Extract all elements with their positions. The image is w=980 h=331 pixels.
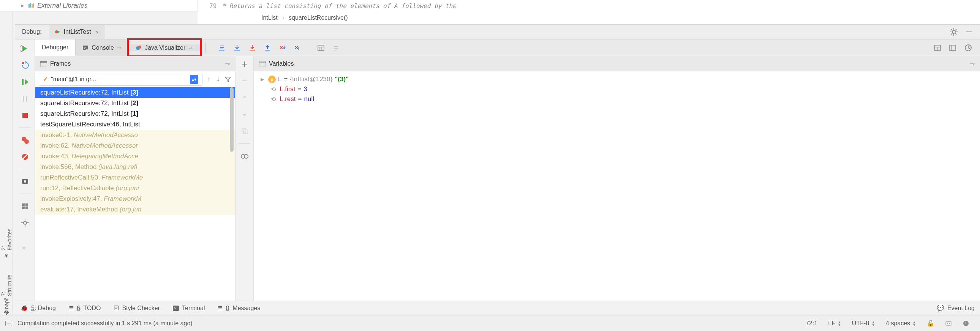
scrollbar[interactable] xyxy=(230,87,234,152)
toolwindow-debug[interactable]: 🐞 5: Debug xyxy=(21,304,56,312)
toolwindow-event-log[interactable]: 💬 Event Log xyxy=(937,304,975,312)
variable-row[interactable]: ⟲ L.first = 3 xyxy=(261,84,973,94)
separator xyxy=(205,43,206,53)
watch-down-button[interactable] xyxy=(240,110,249,119)
stack-frame[interactable]: invoke0:-1, NativeMethodAccesso xyxy=(35,130,235,141)
variable-row[interactable]: ▶ p L = {IntList@1230} "(3)" xyxy=(261,74,973,84)
stack-frame[interactable]: evaluate:17, InvokeMethod (org.jun xyxy=(35,204,235,215)
debug-session-tab[interactable]: IntListTest × xyxy=(49,25,105,39)
filter-icon[interactable] xyxy=(224,76,231,83)
minimize-icon[interactable] xyxy=(965,28,973,36)
step-out-button[interactable]: ✕ xyxy=(275,40,290,56)
force-step-into-button[interactable] xyxy=(260,40,275,56)
crumb-class[interactable]: IntList xyxy=(261,14,278,21)
rerun-button[interactable] xyxy=(21,44,30,53)
toolwindow-messages[interactable]: ≣ 0: Messages xyxy=(218,304,260,312)
tree-expand-icon[interactable]: ▸ xyxy=(21,2,24,10)
svg-line-11 xyxy=(955,33,956,35)
pin-icon[interactable]: ⊸ xyxy=(970,60,975,67)
stop-button[interactable] xyxy=(21,111,30,120)
memory-indicator-icon[interactable] xyxy=(940,320,957,327)
svg-rect-0 xyxy=(29,4,30,8)
tab-console[interactable]: >_ Console ⊸ xyxy=(76,40,128,56)
stack-frame[interactable]: squareListRecursive:72, IntList [2] xyxy=(35,98,235,109)
pause-button[interactable] xyxy=(21,94,30,103)
pin-icon[interactable]: ⊸ xyxy=(225,60,230,67)
variable-tostring: "(3)" xyxy=(335,76,349,83)
trace-button[interactable] xyxy=(329,40,344,56)
readonly-lock-icon[interactable]: 🔓 xyxy=(921,320,940,327)
line-separator[interactable]: LF▲▼ xyxy=(823,320,847,327)
step-into-button[interactable] xyxy=(245,40,260,56)
svg-rect-48 xyxy=(22,206,25,209)
tab-debugger[interactable]: Debugger xyxy=(35,40,76,56)
svg-text:>_: >_ xyxy=(174,306,178,310)
settings-button[interactable] xyxy=(21,218,30,227)
svg-point-50 xyxy=(24,221,27,224)
svg-rect-14 xyxy=(966,32,972,32)
show-execution-point-button[interactable] xyxy=(214,40,229,56)
variables-panel: Variables ⊸ ▶ p L = {IntList@1230} "(3)"… xyxy=(254,56,980,315)
stack-frame[interactable]: testSquareListRecursive:46, IntList xyxy=(35,119,235,130)
sidebar-structure[interactable]: ★2: Favorites xyxy=(0,224,13,259)
sidebar-favorites[interactable]: �např7: Structure xyxy=(0,270,13,315)
stack-frame[interactable]: run:12, ReflectiveCallable (org.juni xyxy=(35,183,235,193)
toolwindow-style-checker[interactable]: ☑ Style Checker xyxy=(114,304,160,312)
stack-frame[interactable]: invoke:566, Method (java.lang.refl xyxy=(35,162,235,172)
debug-label: Debug: xyxy=(15,29,49,35)
restore-layout-icon[interactable] xyxy=(949,44,956,52)
breadcrumb[interactable]: IntList › squareListRecursive() xyxy=(197,11,980,24)
get-thread-dump-button[interactable] xyxy=(21,177,30,186)
stack-frame[interactable]: invokeExplosively:47, FrameworkM xyxy=(35,193,235,204)
code-comment: * Returns a list consisting of the eleme… xyxy=(222,2,456,10)
memory-view-icon[interactable] xyxy=(964,44,972,52)
show-watches-button[interactable] xyxy=(240,152,249,161)
close-icon[interactable]: × xyxy=(96,29,99,35)
svg-point-5 xyxy=(952,30,955,33)
stack-frame[interactable]: invoke:62, NativeMethodAccessor xyxy=(35,141,235,151)
pin-tab-button[interactable]: » xyxy=(21,243,30,252)
tab-java-visualizer[interactable]: Java Visualizer ⊸ xyxy=(129,44,200,51)
layout-button[interactable] xyxy=(21,201,30,211)
terminal-icon: >_ xyxy=(173,306,179,311)
thread-selector[interactable]: ✓ "main"@1 in gr... ▴▾ xyxy=(39,73,202,86)
pin-icon[interactable]: ⊸ xyxy=(188,45,192,51)
dropdown-icon[interactable]: ▴▾ xyxy=(190,75,198,84)
gear-icon[interactable] xyxy=(950,28,958,36)
frames-panel: Frames ⊸ ✓ "main"@1 in gr... ▴▾ ↑ ↓ squa… xyxy=(35,56,235,315)
view-breakpoints-button[interactable] xyxy=(21,136,30,145)
stack-frame[interactable]: invoke:43, DelegatingMethodAcce xyxy=(35,151,235,162)
svg-point-4 xyxy=(55,30,58,33)
drop-frame-button[interactable]: ✕I xyxy=(290,40,305,56)
resume-button[interactable] xyxy=(21,78,30,87)
indent-settings[interactable]: 4 spaces▲▼ xyxy=(880,320,921,327)
svg-line-12 xyxy=(951,33,952,35)
cursor-position[interactable]: 72:1 xyxy=(800,320,823,327)
ide-errors-icon[interactable] xyxy=(957,320,975,327)
crumb-method[interactable]: squareListRecursive() xyxy=(289,14,348,21)
variable-row[interactable]: ⟲ L.rest = null xyxy=(261,94,973,104)
new-watch-button[interactable] xyxy=(240,60,249,68)
duplicate-watch-button[interactable] xyxy=(240,127,249,135)
stack-frame[interactable]: squareListRecursive:72, IntList [1] xyxy=(35,109,235,119)
expand-icon[interactable]: ▶ xyxy=(261,77,266,82)
stack-frame[interactable]: squareListRecursive:72, IntList [3] xyxy=(35,87,235,98)
toolwindow-todo[interactable]: ≣ 6: TODO xyxy=(69,304,101,312)
run-toolbar: » xyxy=(15,40,35,315)
step-over-button[interactable] xyxy=(229,40,245,56)
remove-watch-button[interactable] xyxy=(240,77,249,85)
tool-windows-icon[interactable] xyxy=(5,321,12,326)
project-tree-item[interactable]: ▸ External Libraries xyxy=(21,2,88,10)
watch-up-button[interactable] xyxy=(240,93,249,102)
evaluate-expression-button[interactable] xyxy=(313,40,329,56)
stack-frame[interactable]: runReflectiveCall:50, FrameworkMe xyxy=(35,172,235,183)
modify-run-button[interactable] xyxy=(21,61,30,70)
file-encoding[interactable]: UTF-8▲▼ xyxy=(847,320,880,327)
pin-icon[interactable]: ⊸ xyxy=(117,45,121,51)
layout-settings-icon[interactable] xyxy=(934,44,941,52)
frames-list[interactable]: squareListRecursive:72, IntList [3] squa… xyxy=(35,87,235,310)
toolwindow-terminal[interactable]: >_ Terminal xyxy=(173,305,205,312)
mute-breakpoints-button[interactable] xyxy=(21,152,30,162)
next-frame-button[interactable]: ↓ xyxy=(215,75,221,83)
prev-frame-button[interactable]: ↑ xyxy=(205,75,212,83)
